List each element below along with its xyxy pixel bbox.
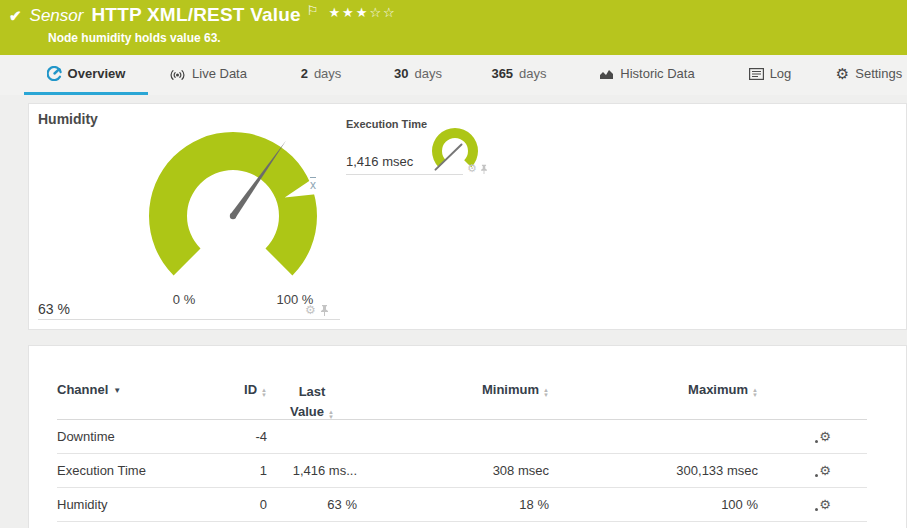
channel-id: -4 bbox=[207, 429, 267, 444]
sort-caret-icon: ▼ bbox=[113, 386, 121, 395]
tab-label: Overview bbox=[68, 66, 126, 81]
gauge-settings-gear-icon[interactable]: ⚙ bbox=[305, 303, 316, 317]
humidity-gauge bbox=[143, 126, 323, 306]
tab-number: 2 bbox=[301, 66, 308, 81]
channel-settings-icon[interactable]: ⚙ bbox=[819, 497, 831, 512]
execution-divider bbox=[346, 174, 463, 175]
channel-name: Downtime bbox=[57, 429, 207, 444]
humidity-current-value: 63 % bbox=[38, 301, 70, 317]
tab-live-data[interactable]: Live Data bbox=[160, 55, 256, 95]
table-header-row: Channel▼ ID▲▼ Last Value▲▼ Minimum▲▼ Max… bbox=[57, 368, 867, 420]
humidity-divider bbox=[38, 319, 340, 320]
tab-label: Log bbox=[770, 66, 792, 81]
column-header-minimum[interactable]: Minimum▲▼ bbox=[357, 382, 549, 398]
tab-historic-data[interactable]: Historic Data bbox=[590, 55, 704, 95]
channel-last-value: 1,416 ms... bbox=[267, 463, 357, 478]
humidity-gauge-title: Humidity bbox=[38, 111, 98, 127]
tab-label: Settings bbox=[855, 66, 902, 81]
gauge-settings-gear-icon[interactable]: ⚙ bbox=[467, 162, 477, 175]
sort-arrows-icon: ▲▼ bbox=[328, 410, 334, 420]
mean-marker-label: x bbox=[310, 178, 316, 192]
gauge-arc bbox=[149, 132, 317, 275]
channel-settings-icon[interactable]: ⚙ bbox=[819, 429, 831, 444]
column-header-last-value[interactable]: Last Value▲▼ bbox=[267, 382, 357, 421]
pin-icon[interactable] bbox=[320, 304, 329, 316]
channel-id: 1 bbox=[207, 463, 267, 478]
tab-2-days[interactable]: 2 days bbox=[290, 55, 352, 95]
tab-unit: days bbox=[519, 66, 546, 81]
object-kind-label: Sensor bbox=[30, 6, 84, 26]
tab-log[interactable]: Log bbox=[740, 55, 800, 95]
tab-unit: days bbox=[314, 66, 341, 81]
tab-365-days[interactable]: 365 days bbox=[480, 55, 558, 95]
area-chart-icon bbox=[599, 68, 614, 80]
pin-icon[interactable] bbox=[480, 164, 488, 174]
column-header-id[interactable]: ID▲▼ bbox=[207, 382, 267, 398]
tab-overview[interactable]: Overview bbox=[24, 55, 148, 95]
priority-stars[interactable]: ★★★☆☆ bbox=[328, 5, 396, 20]
execution-gauge-title: Execution Time bbox=[346, 118, 427, 130]
channel-maximum: 300,133 msec bbox=[549, 463, 758, 478]
tab-30-days[interactable]: 30 days bbox=[383, 55, 453, 95]
tab-label: Live Data bbox=[192, 66, 247, 81]
flag-icon[interactable]: ⚐ bbox=[307, 3, 319, 18]
column-header-maximum[interactable]: Maximum▲▼ bbox=[549, 382, 758, 398]
execution-current-value: 1,416 msec bbox=[346, 154, 413, 169]
channel-minimum: 308 msec bbox=[357, 463, 549, 478]
channel-minimum: 18 % bbox=[357, 497, 549, 512]
sensor-status-message: Node humidity holds value 63. bbox=[48, 31, 221, 45]
gauge-min-label: 0 % bbox=[162, 292, 206, 307]
channel-name: Humidity bbox=[57, 497, 207, 512]
page-title: HTTP XML/REST Value bbox=[91, 4, 300, 26]
column-header-channel[interactable]: Channel▼ bbox=[57, 382, 207, 397]
sensor-header: ✔ Sensor HTTP XML/REST Value ⚐ ★★★☆☆ Nod… bbox=[0, 0, 907, 55]
tab-unit: days bbox=[415, 66, 442, 81]
gear-icon: ⚙ bbox=[836, 66, 849, 81]
table-row: Execution Time 1 1,416 ms... 308 msec 30… bbox=[57, 454, 867, 488]
sort-arrows-icon: ▲▼ bbox=[752, 388, 758, 398]
channel-name: Execution Time bbox=[57, 463, 207, 478]
channel-last-value: 63 % bbox=[267, 497, 357, 512]
channels-panel: Channel▼ ID▲▼ Last Value▲▼ Minimum▲▼ Max… bbox=[28, 345, 907, 528]
table-row: Humidity 0 63 % 18 % 100 % ⚙ bbox=[57, 488, 867, 522]
tab-number: 365 bbox=[491, 66, 513, 81]
status-ok-icon: ✔ bbox=[9, 7, 22, 25]
gauge-icon bbox=[47, 66, 62, 81]
channel-maximum: 100 % bbox=[549, 497, 758, 512]
table-row: Downtime -4 ⚙ bbox=[57, 420, 867, 454]
log-list-icon bbox=[749, 68, 764, 80]
tab-settings[interactable]: ⚙ Settings bbox=[830, 55, 907, 95]
tab-number: 30 bbox=[394, 66, 408, 81]
tab-bar: Overview Live Data 2 days 30 days 365 da… bbox=[0, 55, 907, 95]
live-broadcast-icon bbox=[169, 67, 186, 81]
channels-table: Channel▼ ID▲▼ Last Value▲▼ Minimum▲▼ Max… bbox=[57, 368, 867, 522]
channel-id: 0 bbox=[207, 497, 267, 512]
channel-settings-icon[interactable]: ⚙ bbox=[819, 463, 831, 478]
overview-panel: Humidity x 0 % 100 % 63 % ⚙ Execution Ti… bbox=[28, 103, 907, 330]
gauge-needle-hub bbox=[230, 213, 236, 219]
tab-label: Historic Data bbox=[620, 66, 694, 81]
